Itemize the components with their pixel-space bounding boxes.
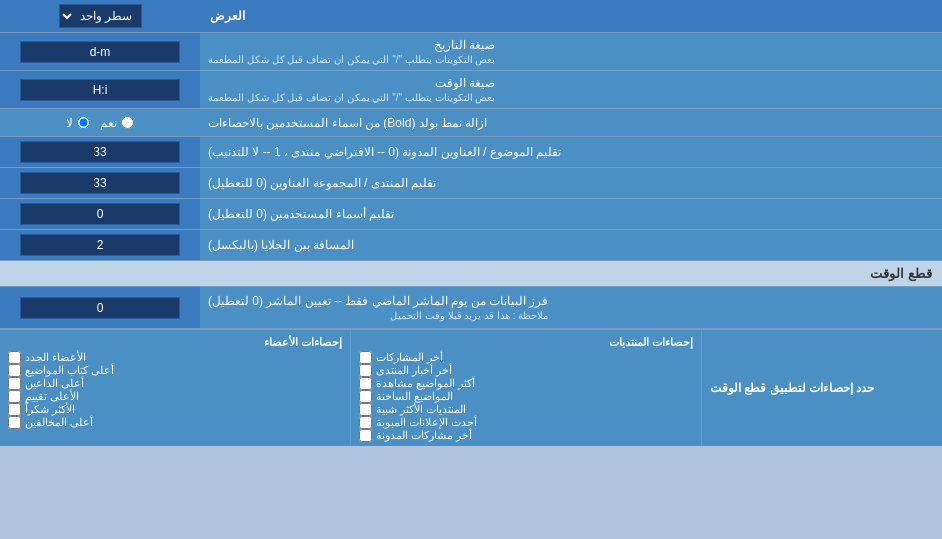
checkbox-forum-news-input[interactable] <box>359 364 372 377</box>
checkbox-classifieds-input[interactable] <box>359 416 372 429</box>
cell-spacing-label: المسافة بين الخلايا (بالبكسل) <box>200 230 942 260</box>
checkbox-top-rated: الأعلى تقييم <box>8 390 342 403</box>
checkbox-top-rated-input[interactable] <box>8 390 21 403</box>
cell-spacing-input[interactable] <box>20 234 180 256</box>
usernames-trim-input-cell <box>0 199 200 229</box>
date-format-input[interactable] <box>20 41 180 63</box>
checkbox-hot-topics-input[interactable] <box>359 390 372 403</box>
checkbox-hot-topics: المواضيع الساخنة <box>359 390 693 403</box>
bold-remove-options: نعم لا <box>0 109 200 136</box>
member-stats-col: إحصاءات الأعضاء الأعضاء الجدد أعلى كتاب … <box>0 330 350 446</box>
titles-order-input-cell <box>0 137 200 167</box>
page-title: العرض <box>200 0 942 32</box>
checkbox-last-posts: أخر المشاركات <box>359 351 693 364</box>
forum-titles-input-cell <box>0 168 200 198</box>
usernames-trim-input[interactable] <box>20 203 180 225</box>
checkbox-top-posters: أعلى كتاب المواضيع <box>8 364 342 377</box>
time-format-input-cell <box>0 71 200 108</box>
time-format-input[interactable] <box>20 79 180 101</box>
checkbox-blog-posts: أخر مشاركات المدونة <box>359 429 693 442</box>
time-format-label: صيغة الوقت بعض التكوينات يتطلب "/" التي … <box>200 71 942 108</box>
bold-remove-no[interactable]: لا <box>66 116 90 130</box>
titles-order-label: تقليم الموضوع / العناوين المدونة (0 -- ا… <box>200 137 942 167</box>
cutoff-label: فرز البيانات من يوم الماشر الماضي فقط --… <box>200 287 942 328</box>
bold-remove-yes[interactable]: نعم <box>100 116 134 130</box>
checkbox-forum-news: أخر أخبار المنتدى <box>359 364 693 377</box>
checkbox-top-referrers-input[interactable] <box>8 377 21 390</box>
checkbox-most-thanks: الأكثر شكراً <box>8 403 342 416</box>
checkbox-most-viewed-input[interactable] <box>359 377 372 390</box>
checkbox-new-members: الأعضاء الجدد <box>8 351 342 364</box>
cell-spacing-input-cell <box>0 230 200 260</box>
forum-titles-label: تقليم المنتدى / المجموعة العناوين (0 للت… <box>200 168 942 198</box>
checkbox-most-popular-forums: المنتديات الأكثر شبية <box>359 403 693 416</box>
limit-label: حدد إحصاءات لتطبيق قطع الوقت <box>702 330 942 446</box>
forum-stats-col: إحصاءات المنتديات أخر المشاركات أخر أخبا… <box>350 330 702 446</box>
checkbox-top-warned-input[interactable] <box>8 416 21 429</box>
forum-stats-header: إحصاءات المنتديات <box>359 334 693 351</box>
checkbox-top-posters-input[interactable] <box>8 364 21 377</box>
titles-order-input[interactable] <box>20 141 180 163</box>
checkbox-most-popular-forums-input[interactable] <box>359 403 372 416</box>
member-stats-header: إحصاءات الأعضاء <box>8 334 342 351</box>
checkbox-top-referrers: أعلى الداعين <box>8 377 342 390</box>
date-format-label: صيغة التاريخ بعض التكوينات يتطلب "/" الت… <box>200 33 942 70</box>
bold-remove-label: ازالة نمط بولد (Bold) من اسماء المستخدمي… <box>200 109 942 136</box>
display-mode-select[interactable]: سطر واحد <box>59 4 142 28</box>
display-mode-cell: سطر واحد <box>0 0 200 32</box>
cutoff-input[interactable] <box>20 297 180 319</box>
checkbox-classifieds: أحدث الإعلانات المبوبة <box>359 416 693 429</box>
checkbox-top-warned: أعلى المخالفين <box>8 416 342 429</box>
checkbox-last-posts-input[interactable] <box>359 351 372 364</box>
date-format-input-cell <box>0 33 200 70</box>
cutoff-section-header: قطع الوقت <box>0 261 942 287</box>
checkbox-most-viewed: أكثر المواضيع مشاهدة <box>359 377 693 390</box>
usernames-trim-label: تقليم أسماء المستخدمين (0 للتعطيل) <box>200 199 942 229</box>
cutoff-input-cell <box>0 287 200 328</box>
forum-titles-input[interactable] <box>20 172 180 194</box>
checkbox-blog-posts-input[interactable] <box>359 429 372 442</box>
checkbox-new-members-input[interactable] <box>8 351 21 364</box>
checkbox-most-thanks-input[interactable] <box>8 403 21 416</box>
